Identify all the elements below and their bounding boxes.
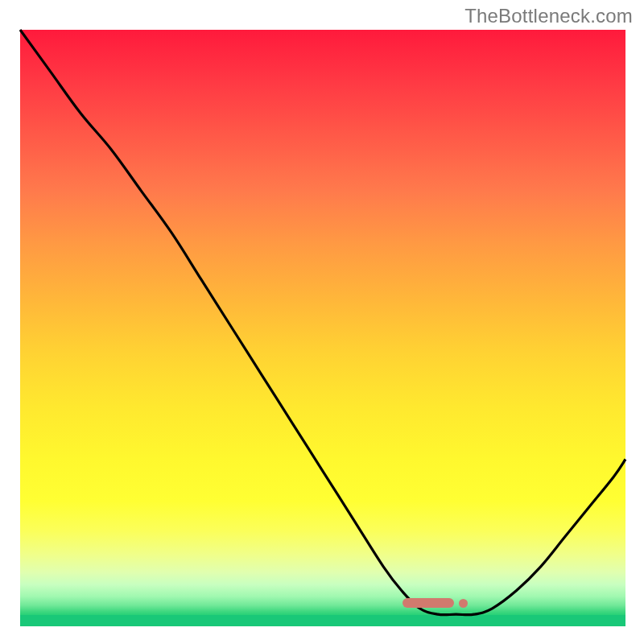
bottleneck-curve <box>20 30 625 626</box>
plot-area <box>20 30 625 626</box>
optimal-marker <box>402 598 468 608</box>
chart-container: TheBottleneck.com <box>0 0 644 644</box>
optimal-marker-dot <box>459 599 468 608</box>
attribution-text: TheBottleneck.com <box>464 5 633 27</box>
curve-path <box>20 30 625 615</box>
optimal-marker-bar <box>402 598 454 608</box>
